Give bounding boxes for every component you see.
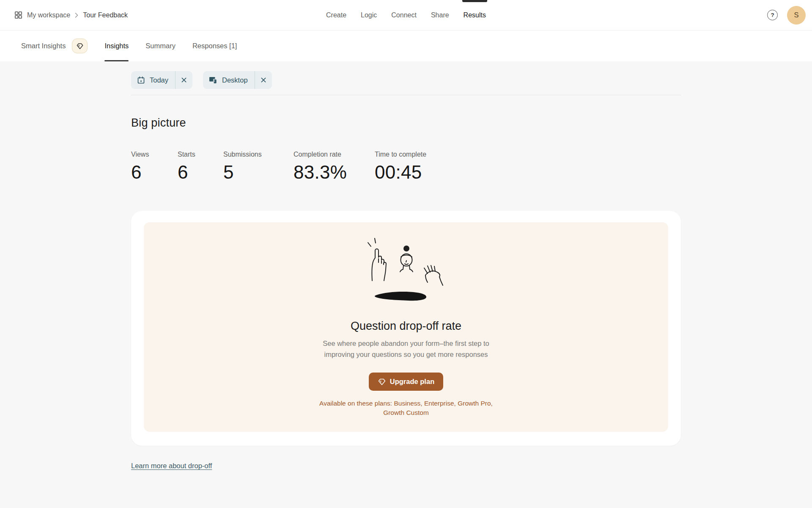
avatar-initial: S	[794, 11, 798, 19]
insights-main: Today Desktop	[131, 61, 681, 470]
gem-badge	[72, 39, 88, 53]
nav-create[interactable]: Create	[326, 0, 346, 30]
big-picture-title: Big picture	[131, 116, 681, 130]
filter-chips: Today Desktop	[131, 61, 681, 89]
filter-chip-today-body[interactable]: Today	[131, 71, 175, 89]
stat-views: Views 6	[131, 151, 178, 183]
help-icon[interactable]: ?	[767, 10, 778, 20]
primary-nav: Create Logic Connect Share Results	[326, 0, 486, 30]
breadcrumb-workspace[interactable]: My workspace	[27, 11, 70, 19]
gem-icon	[378, 378, 386, 386]
section-divider	[131, 95, 681, 95]
filter-chip-desktop-remove[interactable]	[255, 71, 272, 89]
filter-chip-today: Today	[131, 71, 192, 89]
avatar[interactable]: S	[787, 6, 806, 25]
stat-label: Completion rate	[294, 151, 375, 158]
filter-chip-today-remove[interactable]	[175, 71, 192, 89]
devices-icon	[209, 76, 217, 84]
dropoff-card: Question drop-off rate See where people …	[131, 211, 681, 446]
stat-value: 6	[131, 162, 178, 183]
stat-value: 5	[223, 162, 294, 183]
stat-label: Time to complete	[375, 151, 426, 158]
upgrade-plan-button[interactable]: Upgrade plan	[369, 373, 443, 391]
stat-completion-rate: Completion rate 83.3%	[294, 151, 375, 183]
upgrade-plan-label: Upgrade plan	[390, 378, 434, 386]
stats-row: Views 6 Starts 6 Submissions 5 Completio…	[131, 151, 681, 183]
dropoff-description: See where people abandon your form–the f…	[312, 338, 500, 360]
stat-label: Starts	[178, 151, 223, 158]
stat-time-to-complete: Time to complete 00:45	[375, 151, 426, 183]
top-header: My workspace Tour Feedback Create Logic …	[0, 0, 812, 30]
breadcrumb-chevron-icon	[75, 13, 78, 18]
stat-value: 83.3%	[294, 162, 375, 183]
stat-label: Views	[131, 151, 178, 158]
close-icon	[181, 77, 187, 83]
stat-label: Submissions	[223, 151, 294, 158]
breadcrumb: My workspace Tour Feedback	[14, 11, 128, 19]
stat-value: 00:45	[375, 162, 426, 183]
nav-connect[interactable]: Connect	[391, 0, 417, 30]
learn-more-link[interactable]: Learn more about drop-off	[131, 462, 212, 470]
hands-and-person-illustration	[364, 233, 448, 305]
nav-results[interactable]: Results	[464, 0, 486, 30]
filter-chip-label: Desktop	[222, 76, 248, 84]
stat-value: 6	[178, 162, 223, 183]
gem-icon	[76, 42, 84, 50]
tab-insights[interactable]: Insights	[104, 30, 129, 61]
calendar-icon	[137, 76, 145, 84]
dropoff-title: Question drop-off rate	[351, 320, 461, 333]
header-right: ? S	[767, 6, 806, 25]
nav-logic[interactable]: Logic	[361, 0, 377, 30]
tab-smart-insights[interactable]: Smart Insights	[21, 30, 88, 61]
workspace-grid-icon	[14, 11, 22, 19]
breadcrumb-form-name[interactable]: Tour Feedback	[83, 11, 128, 19]
smart-insights-label: Smart Insights	[21, 42, 66, 50]
help-glyph: ?	[771, 12, 774, 18]
tab-summary[interactable]: Summary	[145, 30, 176, 61]
stat-starts: Starts 6	[178, 151, 223, 183]
dropoff-card-panel: Question drop-off rate See where people …	[144, 222, 668, 432]
close-icon	[261, 77, 266, 83]
plans-note: Available on these plans: Business, Ente…	[315, 399, 497, 417]
tab-responses[interactable]: Responses [1]	[192, 30, 237, 61]
filter-chip-label: Today	[150, 76, 168, 84]
nav-share[interactable]: Share	[431, 0, 449, 30]
filter-chip-desktop: Desktop	[203, 71, 272, 89]
results-tabbar: Smart Insights Insights Summary Response…	[0, 30, 812, 61]
filter-chip-desktop-body[interactable]: Desktop	[203, 71, 255, 89]
stat-submissions: Submissions 5	[223, 151, 294, 183]
